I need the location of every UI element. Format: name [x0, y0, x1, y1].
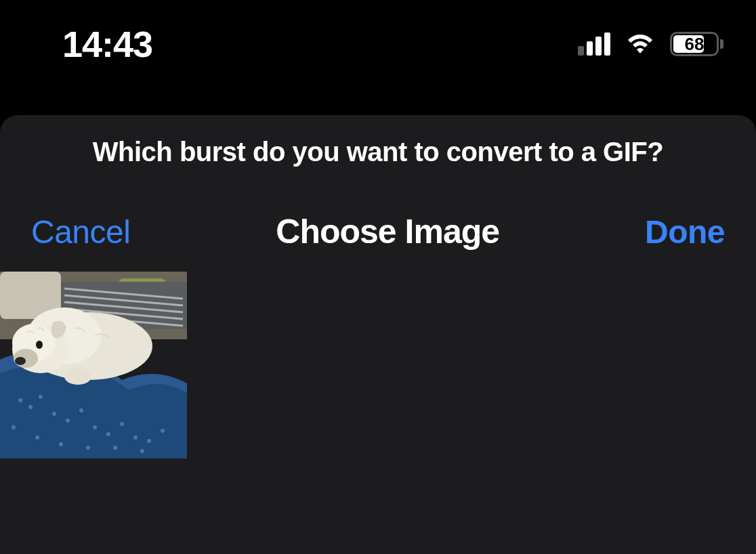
- picker-sheet: Which burst do you want to convert to a …: [0, 115, 756, 554]
- battery-icon: 68: [670, 32, 723, 56]
- nav-bar: Cancel Choose Image Done: [0, 181, 756, 272]
- svg-point-21: [12, 425, 16, 429]
- photo-thumbnail[interactable]: [0, 272, 187, 459]
- svg-point-14: [79, 408, 83, 412]
- svg-point-34: [64, 368, 91, 385]
- svg-point-26: [140, 449, 144, 453]
- svg-point-19: [147, 439, 151, 443]
- svg-point-24: [86, 446, 90, 450]
- svg-point-18: [133, 435, 138, 440]
- svg-point-10: [28, 405, 33, 409]
- status-bar: 14:43 68: [0, 0, 756, 88]
- svg-point-13: [66, 419, 70, 423]
- svg-point-20: [161, 429, 165, 433]
- battery-percent: 68: [685, 34, 705, 55]
- svg-point-12: [52, 412, 56, 416]
- svg-point-16: [106, 432, 110, 436]
- status-time: 14:43: [62, 23, 152, 65]
- svg-point-22: [35, 435, 39, 440]
- svg-point-17: [120, 422, 124, 426]
- prompt-text: Which burst do you want to convert to a …: [0, 115, 756, 181]
- svg-point-32: [15, 357, 26, 365]
- svg-point-33: [36, 341, 43, 349]
- done-button[interactable]: Done: [645, 213, 725, 251]
- svg-point-9: [18, 398, 22, 402]
- svg-point-23: [59, 442, 63, 446]
- status-icons: 68: [578, 32, 723, 56]
- photo-grid: [0, 272, 756, 459]
- svg-point-15: [93, 425, 97, 429]
- svg-point-25: [113, 446, 117, 450]
- wifi-icon: [624, 32, 656, 56]
- page-title: Choose Image: [276, 212, 499, 251]
- cellular-icon: [578, 33, 610, 56]
- svg-point-11: [39, 395, 43, 399]
- cancel-button[interactable]: Cancel: [31, 213, 130, 251]
